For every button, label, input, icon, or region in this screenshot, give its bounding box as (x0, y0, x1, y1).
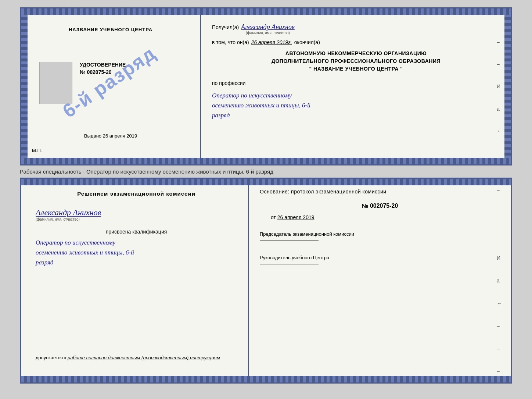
org-line1: АВТОНОМНУЮ НЕКОММЕРЧЕСКУЮ ОРГАНИЗАЦИЮ (212, 50, 500, 57)
dash-br9: – (497, 368, 502, 374)
cert-label: УДОСТОВЕРЕНИЕ (80, 62, 126, 68)
stripe-bottom-bottom (21, 376, 511, 382)
decision-title: Решением экзаменационной комиссии (36, 190, 237, 197)
chairman-label: Председатель экзаменационной комиссии (260, 231, 500, 244)
stripe-top (21, 8, 511, 15)
protocol-date-prefix: от (271, 214, 276, 220)
cert-number: № 002075-20 (80, 69, 126, 75)
received-label: Получил(а) (212, 24, 239, 30)
cert-bottom-left: Решением экзаменационной комиссии Алекса… (21, 179, 249, 382)
qualification-label: присвоена квалификация (36, 229, 237, 235)
dash-br7: – (497, 323, 502, 329)
date-value: 26 апреля 2019г. (251, 39, 292, 45)
right-dashes-bottom: – – – И а ← – – – (497, 179, 502, 382)
person-name: Александр Анихнов (36, 208, 237, 217)
director-signature-line (260, 264, 319, 264)
dash-r7: – (497, 150, 502, 156)
director-label: Руководитель учебного Центра (260, 254, 500, 267)
cert-top-right: Получил(а) Александр Анихнов (фамилия, и… (201, 8, 511, 164)
mp-label: М.П. (32, 148, 42, 153)
issued-label: Выдано (84, 133, 101, 139)
school-name-top: НАЗВАНИЕ УЧЕБНОГО ЦЕНТРА (69, 27, 152, 32)
org-block: АВТОНОМНУЮ НЕКОММЕРЧЕСКУЮ ОРГАНИЗАЦИЮ ДО… (212, 50, 500, 73)
stripe-bottom (21, 158, 511, 164)
finished-label: окончил(а) (294, 39, 320, 45)
cert-bottom-right: Основание: протокол экзаменационной коми… (249, 179, 511, 382)
stripe-bottom-top (21, 179, 511, 185)
dash-r1: – (497, 17, 502, 22)
cert-top: НАЗВАНИЕ УЧЕБНОГО ЦЕНТРА 6-й разряд УДОС… (20, 7, 512, 165)
date-label: в том, что он(а) (212, 39, 249, 45)
person-subtitle: (фамилия, имя, отчество) (36, 217, 237, 221)
org-line2: ДОПОЛНИТЕЛЬНОГО ПРОФЕССИОНАЛЬНОГО ОБРАЗО… (212, 57, 500, 65)
protocol-number: № 002075-20 (260, 203, 500, 209)
dash1 (299, 29, 306, 29)
admission-line: допускается к работе согласно должностны… (36, 355, 237, 360)
profession-value: Оператор по искусственному осеменению жи… (212, 90, 500, 121)
dash-r6: ← (497, 128, 502, 134)
qualification-value: Оператор по искусственному осеменению жи… (36, 238, 237, 268)
photo-placeholder (39, 62, 72, 104)
annotation-line: Рабочая специальность - Оператор по иску… (20, 165, 512, 178)
received-subtitle: (фамилия, имя, отчество) (241, 31, 295, 35)
cert-bottom: Решением экзаменационной комиссии Алекса… (20, 178, 512, 384)
protocol-date: от 26 апреля 2019 (271, 214, 500, 220)
dash-br5: а (497, 278, 502, 284)
dash-br6: ← (497, 300, 502, 306)
chairman-signature-line (260, 241, 319, 241)
protocol-date-value: 26 апреля 2019 (277, 214, 314, 220)
dash-br8: – (497, 346, 502, 352)
received-name: Александр Анихнов (241, 23, 295, 31)
admission-value: работе согласно должностным (производств… (68, 355, 220, 360)
page-container: НАЗВАНИЕ УЧЕБНОГО ЦЕНТРА 6-й разряд УДОС… (20, 7, 512, 384)
issued-date: 26 апреля 2019 (103, 133, 137, 139)
basis-title: Основание: протокол экзаменационной коми… (260, 188, 500, 196)
profession-label: по профессии (212, 80, 500, 86)
cert-top-left: НАЗВАНИЕ УЧЕБНОГО ЦЕНТРА 6-й разряд УДОС… (21, 8, 201, 164)
admission-label: допускается к (36, 355, 66, 360)
org-line3: " НАЗВАНИЕ УЧЕБНОГО ЦЕНТРА " (212, 65, 500, 73)
